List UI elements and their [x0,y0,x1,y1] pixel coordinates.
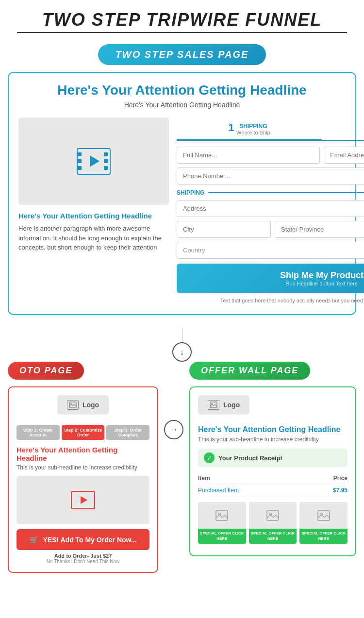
offer-img-2 [249,502,297,529]
oto-step1-pill: Step 1: Create Account [17,425,60,440]
offer-cta-button-2[interactable]: SPECIAL OFFER CLICK HERE [249,529,297,544]
svg-rect-4 [216,511,228,520]
offer-cta-button-1[interactable]: SPECIAL OFFER CLICK HERE [198,529,246,544]
oto-headline: Here's Your Attention Getting Headline [17,446,149,462]
offer-box-3: SPECIAL OFFER CLICK HERE [299,502,347,544]
city-input[interactable] [177,221,271,238]
svg-rect-2 [210,402,217,408]
image-placeholder-icon [317,510,330,521]
receipt-table-header: Item Price [198,473,347,484]
sales-headline: Here's Your Attention Getting Headline [18,83,346,98]
oto-no-thanks: No Thanks I Don't Need This Now [17,559,149,564]
left-column: Here's Your Attention Getting Headline H… [18,117,169,252]
step1-subtitle: Where to Ship [236,130,270,135]
offer-img-1 [198,502,246,529]
bottom-section: OTO PAGE Logo Step 1: Cre [0,362,364,587]
state-input[interactable] [275,221,364,238]
offer-img-3 [299,502,347,529]
phone-input[interactable] [177,167,364,184]
offer-wall-card: Logo Here's Your Attention Getting Headl… [189,386,356,556]
offer-wall-badge-text: OFFER WALL PAGE [201,366,298,375]
receipt-table: Item Price Purchased Item $7.95 [198,473,347,497]
oto-subheadline: This is your sub-headline to increase cr… [17,464,149,471]
oto-badge: OTO PAGE [8,362,84,380]
item-col-header: Item [198,475,210,482]
video-placeholder [18,117,169,205]
svg-rect-8 [318,511,330,520]
right-column-form: 1 SHIPPING Where to Ship 2 Your Info You… [177,117,364,304]
offer-wall-logo: Logo [198,395,249,415]
offer-btn-text-3: SPECIAL OFFER CLICK HERE [300,531,347,541]
video-strips-right [104,149,110,174]
shipping-divider [208,192,364,193]
ship-me-button[interactable]: Ship Me My Product Sub Headline button T… [177,264,364,293]
offer-box-1: SPECIAL OFFER CLICK HERE [198,502,246,544]
video-strip [78,152,82,156]
left-col-body: Here is another paragraph with more awes… [18,224,169,252]
title-underline [17,32,347,33]
image-placeholder-icon [215,510,228,521]
offer-wall-subheadline: This is your sub-headline to increase cr… [198,436,347,443]
full-name-input[interactable] [177,147,320,164]
cta-button-sub-text: Sub Headline button Text here [183,281,364,286]
oto-video-icon [71,491,95,509]
step1-content: SHIPPING Where to Ship [236,123,270,135]
arrow-right-circle: → [164,420,183,439]
offer-wall-headline: Here's Your Attention Getting Headline [198,425,347,434]
offer-logo-icon [208,400,219,410]
offer-box-2: SPECIAL OFFER CLICK HERE [249,502,297,544]
connector-arrow-section: ↓ [0,325,364,362]
video-strip [78,159,82,163]
country-select[interactable]: Country [177,242,364,259]
form-row-city-state-zip [177,221,364,238]
svg-rect-6 [267,511,279,520]
cta-disclaimer: Text that goes here that nobody actually… [177,297,364,304]
oto-card: Logo Step 1: Create Account Step 2: Cust… [8,386,158,573]
tab-step2[interactable]: 2 Your Info Your Billing Info [322,117,364,140]
cart-icon: 🛒 [29,535,39,544]
form-row-name-email [177,147,364,164]
video-strip [104,166,108,170]
offer-images: SPECIAL OFFER CLICK HERE SPECIAL OFFER C… [198,502,347,544]
arrow-line [182,328,182,342]
left-col-headline: Here's Your Attention Getting Headline [18,212,169,220]
logo-icon [67,400,79,410]
image-icon [210,401,217,408]
offer-wall-badge: OFFER WALL PAGE [189,362,310,380]
shipping-label-row: SHIPPING [177,189,364,196]
form-steps: 1 SHIPPING Where to Ship 2 Your Info You… [177,117,364,141]
receipt-bar: ✓ Your Product Receipt [198,449,347,467]
video-strip [104,159,108,163]
page-title: TWO STEP TRIPWIRE FUNNEL [10,10,354,30]
arrow-right-section: → [164,362,183,439]
svg-rect-0 [69,402,76,408]
oto-cta-text: YES! Add To My Order Now... [43,536,136,544]
receipt-row-1: Purchased Item $7.95 [198,484,347,497]
image-placeholder-icon [266,510,279,521]
address-input[interactable] [177,200,364,217]
tab-step1[interactable]: 1 SHIPPING Where to Ship [177,117,322,141]
item-price: $7.95 [333,487,347,494]
two-col-layout: Here's Your Attention Getting Headline H… [18,117,346,304]
page-title-section: TWO STEP TRIPWIRE FUNNEL [0,0,364,35]
video-strip [78,166,82,170]
oto-step2-pill: Step 2: Customize Order [62,425,105,440]
sales-page-badge: TWO STEP SALES PAGE [98,44,266,65]
offer-cta-button-3[interactable]: SPECIAL OFFER CLICK HERE [299,529,347,544]
image-icon [69,401,77,408]
receipt-label: Your Product Receipt [218,454,282,462]
shipping-label: SHIPPING [177,189,204,196]
video-strip [104,152,108,156]
video-icon [77,148,111,175]
email-input[interactable] [324,147,364,164]
oto-video-placeholder [17,476,149,524]
price-col-header: Price [333,475,347,482]
sales-page-badge-text: TWO STEP SALES PAGE [116,49,249,60]
oto-logo: Logo [57,395,109,415]
oto-badge-text: OTO PAGE [19,366,72,375]
form-row-address [177,200,364,217]
sales-box: Here's Your Attention Getting Headline H… [8,72,356,315]
oto-step3-pill: Step 3: Order Complete [106,425,149,440]
oto-cta-button[interactable]: 🛒 YES! Add To My Order Now... [17,529,149,550]
oto-add-label: Add to Order- Just $27 [17,553,149,559]
